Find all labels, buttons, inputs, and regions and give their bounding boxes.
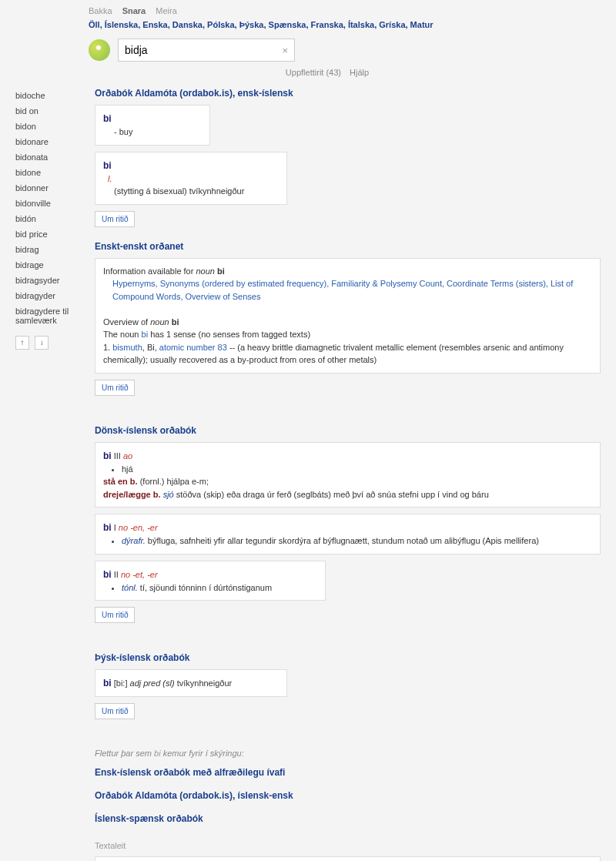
headword: bi bbox=[103, 451, 112, 461]
sidebar-item[interactable]: bid on bbox=[15, 103, 81, 119]
sidebar-item[interactable]: bidone bbox=[15, 165, 81, 180]
sidebar-item[interactable]: bidoche bbox=[15, 88, 81, 103]
headword: bi bbox=[103, 678, 112, 688]
headword: bi bbox=[103, 569, 112, 580]
sidebar: bidoche bid on bidon bidonare bidonata b… bbox=[15, 88, 81, 861]
dict-title[interactable]: Orðabók Aldamóta (ordabok.is), ensk-ísle… bbox=[95, 88, 601, 99]
headword: bi bbox=[103, 522, 112, 533]
sidebar-item[interactable]: bidragyder bbox=[15, 288, 81, 303]
about-button[interactable]: Um ritið bbox=[95, 380, 135, 396]
sidebar-item[interactable]: bidragsyder bbox=[15, 273, 81, 288]
sidebar-item[interactable]: bidrage bbox=[15, 257, 81, 273]
headword: bi bbox=[103, 159, 279, 173]
sidebar-item[interactable]: bidonville bbox=[15, 196, 81, 211]
crossref-dict[interactable]: Orðabók Aldamóta (ordabok.is), íslensk-e… bbox=[95, 790, 601, 801]
entry-card: bi l. (stytting á bisexual) tvíkynhneigð… bbox=[95, 152, 287, 205]
entry-card: bi II no -et, -er tónl. tí, sjöundi tónn… bbox=[95, 561, 326, 601]
help-link[interactable]: Hjálp bbox=[350, 68, 369, 77]
search-box[interactable]: × bbox=[118, 39, 295, 62]
logo-icon bbox=[89, 39, 110, 61]
definition: (stytting á bisexual) tvíkynhneigður bbox=[114, 185, 279, 198]
sense-item: dýrafr. býfluga, safnheiti yfir allar te… bbox=[122, 534, 592, 548]
textsearch-box: Fyrri - 1 2 3 4 5 6 7 8 9 10 - Næsta bi … bbox=[95, 856, 601, 861]
sidebar-item[interactable]: bidón bbox=[15, 211, 81, 226]
sidebar-item[interactable]: bidrag bbox=[15, 242, 81, 257]
sense-count: The noun bi has 1 sense (no senses from … bbox=[103, 328, 592, 341]
grammar-label: ao bbox=[123, 451, 132, 461]
uppflettirit-link[interactable]: Uppflettirit (43) bbox=[286, 68, 341, 77]
dict-title[interactable]: Dönsk-íslensk orðabók bbox=[95, 425, 601, 436]
sense-item: hjá bbox=[122, 463, 592, 476]
nav-meira[interactable]: Meira bbox=[156, 6, 177, 15]
crossref-dict[interactable]: Ensk-íslensk orðabók með alfræðilegu íva… bbox=[95, 767, 601, 778]
sidebar-item[interactable]: bidragydere til samleværk bbox=[15, 303, 81, 328]
language-filter[interactable]: Öll, Íslenska, Enska, Danska, Pólska, Þý… bbox=[15, 20, 601, 29]
sense-line: 1. bismuth, Bi, atomic number 83 -- (a h… bbox=[103, 341, 592, 367]
entry-card: bi I no -en, -er dýrafr. býfluga, safnhe… bbox=[95, 514, 601, 554]
entry-card: Information available for noun bi Hypern… bbox=[95, 258, 601, 374]
phrase-line: stå en b. (fornl.) hjálpa e-m; bbox=[103, 475, 592, 488]
entry-card: bi III ao hjá stå en b. (fornl.) hjálpa … bbox=[95, 442, 601, 508]
entry-card: bi - buy bbox=[95, 105, 210, 146]
headword: bi bbox=[103, 112, 202, 126]
nav-bakka[interactable]: Bakka bbox=[89, 6, 112, 15]
overview-line: Overview of noun bi bbox=[103, 316, 592, 329]
wordnet-links[interactable]: Hypernyms, Synonyms (ordered by estimate… bbox=[112, 277, 592, 303]
sidebar-item[interactable]: bidon bbox=[15, 119, 81, 134]
crossref-dict[interactable]: Íslensk-spænsk orðabók bbox=[95, 813, 601, 824]
crossref-header: Flettur þar sem bi kemur fyrir í skýring… bbox=[95, 749, 601, 758]
sidebar-item[interactable]: bid price bbox=[15, 226, 81, 242]
clear-icon[interactable]: × bbox=[282, 45, 288, 56]
phrase-line: dreje/lægge b. sjó stöðva (skip) eða dra… bbox=[103, 488, 592, 501]
grammar-label: no -et, -er bbox=[121, 570, 158, 579]
grammar-label: l. bbox=[108, 173, 279, 186]
dict-title[interactable]: Þýsk-íslensk orðabók bbox=[95, 652, 601, 663]
dict-title[interactable]: Enskt-enskt orðanet bbox=[95, 241, 601, 252]
arrow-down-icon[interactable]: ↓ bbox=[35, 336, 49, 350]
about-button[interactable]: Um ritið bbox=[95, 211, 135, 227]
info-line: Information available for noun bi bbox=[103, 265, 592, 278]
entry-card: bi [bi:] adj pred (sl) tvíkynhneigður bbox=[95, 669, 287, 697]
search-input[interactable] bbox=[125, 44, 263, 56]
nav-snara[interactable]: Snara bbox=[122, 6, 146, 15]
grammar-label: no -en, -er bbox=[119, 523, 158, 532]
sidebar-item[interactable]: bidonner bbox=[15, 180, 81, 196]
textsearch-header: Textaleit bbox=[95, 841, 601, 850]
about-button[interactable]: Um ritið bbox=[95, 607, 135, 623]
arrow-up-icon[interactable]: ↑ bbox=[15, 336, 29, 350]
grammar-label: adj pred (sl) bbox=[130, 678, 175, 688]
sense-item: tónl. tí, sjöundi tónninn í dúrtónstigan… bbox=[122, 581, 317, 595]
sidebar-item[interactable]: bidonata bbox=[15, 149, 81, 165]
definition: - buy bbox=[114, 126, 202, 139]
sidebar-item[interactable]: bidonare bbox=[15, 134, 81, 149]
about-button[interactable]: Um ritið bbox=[95, 703, 135, 719]
